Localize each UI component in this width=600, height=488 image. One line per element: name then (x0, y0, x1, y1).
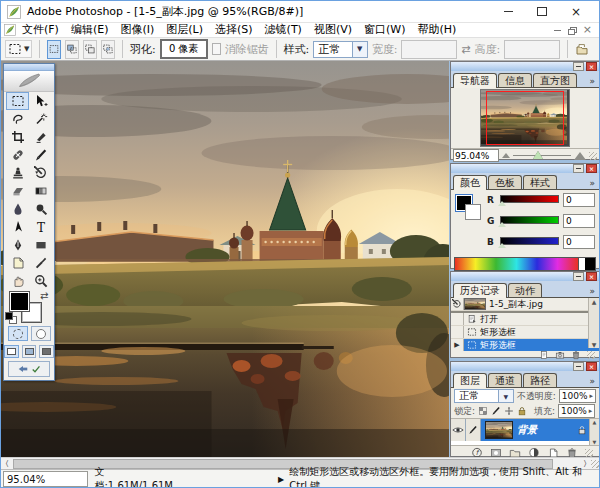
tool-brush[interactable] (29, 146, 52, 164)
maximize-icon[interactable] (525, 1, 559, 22)
layers-scrollbar[interactable]: ▲ ▼ (589, 419, 599, 445)
swap-colors-icon[interactable]: ⇄ (40, 290, 48, 301)
swap-dimensions-icon[interactable]: ⇄ (461, 43, 470, 56)
tool-hand[interactable] (6, 272, 29, 290)
tool-blur[interactable] (6, 200, 29, 218)
zoom-in-icon[interactable] (574, 152, 586, 160)
panel-close-icon[interactable]: × (586, 62, 597, 71)
tab-paths[interactable]: 路径 (523, 373, 557, 387)
panel-menu-chevron-icon[interactable]: » (587, 286, 597, 297)
layer-row-background[interactable]: 背景 (451, 419, 590, 441)
width-input[interactable] (401, 40, 457, 59)
tool-type[interactable]: T (29, 218, 52, 236)
blue-slider-thumb[interactable] (498, 243, 506, 248)
tool-preset-button[interactable]: ▼ (5, 40, 32, 58)
navigator-titlebar[interactable]: × (451, 62, 599, 71)
tool-rectangular-marquee[interactable] (6, 92, 29, 110)
tool-pen[interactable] (6, 236, 29, 254)
menu-image[interactable]: 图像(I) (114, 23, 160, 37)
file-browser-icon[interactable] (575, 42, 589, 56)
tab-navigator[interactable]: 导航器 (453, 73, 497, 88)
foreground-color-swatch[interactable] (10, 292, 29, 311)
antialias-checkbox[interactable] (212, 43, 221, 55)
tool-zoom[interactable] (29, 272, 52, 290)
jump-to-imageready-button[interactable] (8, 361, 50, 377)
doc-restore-icon[interactable] (568, 27, 576, 34)
height-input[interactable] (504, 40, 560, 59)
tool-notes[interactable] (6, 254, 29, 272)
quick-mask-mode-button[interactable] (31, 326, 51, 341)
status-doc-info[interactable]: 文档:1.61M/1.61M (94, 465, 176, 488)
panel-resize-grip[interactable] (589, 152, 597, 160)
menu-layer[interactable]: 图层(L) (160, 23, 209, 37)
zoom-slider-thumb[interactable] (533, 151, 543, 159)
tool-dodge[interactable] (29, 200, 52, 218)
panel-minimize-icon[interactable] (573, 62, 584, 71)
tool-move[interactable] (29, 92, 52, 110)
document-canvas[interactable] (1, 61, 449, 457)
menu-view[interactable]: 视图(V) (308, 23, 358, 37)
new-document-from-state-icon[interactable] (539, 350, 549, 360)
history-snapshot-row[interactable]: 1-5_副本.jpg (451, 298, 599, 311)
tool-crop[interactable] (6, 128, 29, 146)
selection-mode-subtract-button[interactable] (83, 40, 97, 59)
scroll-up-icon[interactable]: ▲ (593, 419, 597, 425)
panel-menu-chevron-icon[interactable]: » (587, 76, 597, 87)
selection-mode-intersect-button[interactable] (101, 40, 115, 59)
panel-resize-grip[interactable] (587, 351, 595, 359)
red-slider-thumb[interactable] (498, 201, 506, 206)
toolbox-drag-bar[interactable] (4, 64, 54, 71)
history-step-marquee[interactable]: 矩形选框 (451, 326, 599, 339)
tool-lasso[interactable] (6, 110, 29, 128)
panel-menu-chevron-icon[interactable]: » (587, 376, 597, 387)
blue-value-input[interactable] (563, 235, 595, 249)
scroll-down-icon[interactable]: ▼ (593, 439, 597, 445)
lock-position-icon[interactable] (504, 406, 514, 416)
menu-window[interactable]: 窗口(W) (358, 23, 411, 37)
panel-close-icon[interactable]: × (586, 272, 597, 281)
panel-close-icon[interactable]: × (586, 362, 597, 371)
tool-magic-wand[interactable] (29, 110, 52, 128)
doc-close-icon[interactable]: × (583, 25, 592, 35)
menu-select[interactable]: 选择(S) (209, 23, 259, 37)
panel-minimize-icon[interactable] (573, 362, 584, 371)
default-colors-icon[interactable] (5, 312, 16, 323)
color-titlebar[interactable]: × (451, 164, 599, 173)
minimize-icon[interactable] (491, 1, 525, 22)
history-titlebar[interactable]: × (451, 272, 599, 281)
tab-layers[interactable]: 图层 (453, 373, 487, 388)
tab-actions[interactable]: 动作 (508, 283, 542, 297)
menu-help[interactable]: 帮助(H) (411, 23, 462, 37)
tool-healing-brush[interactable] (6, 146, 29, 164)
standard-screen-button[interactable] (4, 345, 19, 358)
layer-visibility-icon[interactable] (452, 424, 464, 436)
fill-field[interactable]: 100% ▸ (558, 404, 595, 418)
blue-slider[interactable] (500, 235, 559, 249)
panel-close-icon[interactable]: × (586, 164, 597, 173)
tool-clone-stamp[interactable] (6, 164, 29, 182)
tool-slice[interactable] (29, 128, 52, 146)
navigator-viewbox[interactable] (486, 91, 564, 145)
tab-color[interactable]: 颜色 (453, 175, 487, 190)
green-slider-thumb[interactable] (498, 222, 506, 227)
tab-histogram[interactable]: 直方图 (533, 73, 577, 87)
panel-minimize-icon[interactable] (573, 272, 584, 281)
selection-mode-add-button[interactable] (65, 40, 79, 59)
tab-history[interactable]: 历史记录 (453, 283, 507, 298)
navigator-zoom-slider[interactable] (513, 151, 571, 160)
style-select[interactable]: 正常 ▼ (313, 41, 367, 58)
history-step-open[interactable]: 打开 (451, 313, 599, 326)
lock-pixels-icon[interactable] (491, 406, 501, 416)
lock-transparency-icon[interactable] (478, 406, 488, 416)
close-icon[interactable]: × (559, 1, 593, 22)
red-value-input[interactable] (563, 193, 595, 207)
red-slider[interactable] (500, 193, 559, 207)
lock-all-icon[interactable] (517, 406, 527, 416)
opacity-field[interactable]: 100% ▸ (559, 389, 596, 403)
tab-channels[interactable]: 通道 (488, 373, 522, 387)
zoom-out-icon[interactable] (502, 153, 510, 158)
background-color-swatch[interactable] (465, 204, 481, 220)
navigator-zoom-input[interactable] (453, 149, 499, 162)
doc-minimize-icon[interactable] (554, 30, 561, 31)
menu-filter[interactable]: 滤镜(T) (259, 23, 308, 37)
